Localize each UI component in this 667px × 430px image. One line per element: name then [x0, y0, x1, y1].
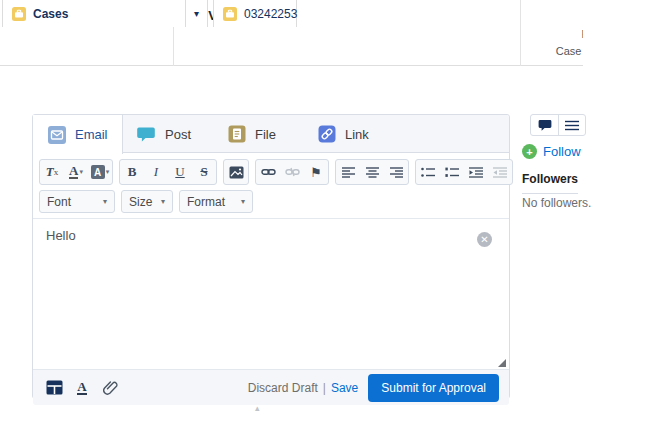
- follow-label: Follow: [543, 144, 581, 159]
- publisher-footer: A Discard Draft | Save Submit for Approv…: [33, 369, 509, 405]
- chain-link-icon: [261, 167, 276, 177]
- case-folder-icon: [12, 7, 26, 21]
- underline-button[interactable]: U: [168, 160, 192, 184]
- save-link[interactable]: Save: [331, 381, 358, 395]
- caret-down-icon: ▾: [106, 168, 110, 176]
- font-dropdown[interactable]: Font ▾: [39, 190, 115, 213]
- editor-resize-handle[interactable]: [498, 359, 506, 367]
- insert-link-button[interactable]: [256, 160, 280, 184]
- flag-icon: ⚑: [310, 165, 322, 180]
- unlink-icon: [285, 167, 300, 177]
- submit-for-approval-button[interactable]: Submit for Approval: [368, 374, 499, 402]
- align-left-button[interactable]: [336, 160, 360, 184]
- size-dropdown[interactable]: Size ▾: [121, 190, 173, 213]
- italic-button[interactable]: I: [144, 160, 168, 184]
- font-style-group: B I U S: [119, 159, 217, 185]
- font-icon: A: [77, 380, 86, 395]
- rich-text-toolbar: Tx A ▾ A ▾ B I U S: [33, 153, 509, 219]
- toolbar-row-1: Tx A ▾ A ▾ B I U S: [39, 159, 503, 185]
- tab-file[interactable]: File: [213, 115, 303, 153]
- editor-text: Hello: [46, 228, 76, 243]
- insert-image-button[interactable]: [224, 160, 248, 184]
- align-center-button[interactable]: [360, 160, 384, 184]
- table-icon: [46, 380, 63, 395]
- link-icon: [317, 124, 337, 144]
- caret-down-icon: ▾: [103, 197, 107, 206]
- close-icon: ✕: [480, 234, 488, 245]
- post-icon: [137, 124, 157, 144]
- bulleted-list-button[interactable]: [416, 160, 440, 184]
- outdent-button[interactable]: [488, 160, 512, 184]
- image-group: [223, 159, 249, 185]
- alignment-group: [335, 159, 409, 185]
- tab-email[interactable]: Email: [33, 115, 123, 154]
- indent-button[interactable]: [464, 160, 488, 184]
- tab-cases[interactable]: Cases: [2, 0, 186, 27]
- font-settings-button[interactable]: A: [71, 377, 93, 399]
- list-view-button[interactable]: [558, 115, 585, 135]
- file-icon: [227, 124, 247, 144]
- format-dropdown[interactable]: Format ▾: [179, 190, 253, 213]
- post-tab-label: Post: [165, 127, 191, 142]
- chat-bubble-icon: [538, 119, 552, 132]
- remove-link-button[interactable]: [280, 160, 304, 184]
- email-icon: [47, 125, 67, 145]
- publisher-tabs: Email Post File: [33, 115, 509, 153]
- list-icon: [565, 120, 579, 131]
- remove-format-button[interactable]: Tx: [40, 160, 64, 184]
- email-body-editor[interactable]: Hello ✕: [33, 219, 509, 369]
- feed-view-button[interactable]: [531, 115, 558, 135]
- numbered-list-icon: [445, 167, 459, 178]
- link-group: ⚑: [255, 159, 329, 185]
- highlight-color-button[interactable]: A ▾: [88, 160, 112, 184]
- size-dropdown-label: Size: [129, 195, 152, 209]
- paperclip-icon: [103, 380, 118, 396]
- bold-button[interactable]: B: [120, 160, 144, 184]
- remove-format-icon: T: [46, 164, 54, 180]
- text-color-button[interactable]: A ▾: [64, 160, 88, 184]
- format-clear-group: Tx A ▾ A ▾: [39, 159, 113, 185]
- numbered-list-button[interactable]: [440, 160, 464, 184]
- publisher-panel: Email Post File: [32, 114, 510, 399]
- attach-file-button[interactable]: [99, 377, 121, 399]
- caret-down-icon: ▾: [161, 197, 165, 206]
- clear-content-button[interactable]: ✕: [477, 232, 492, 247]
- footer-separator: |: [323, 381, 326, 395]
- align-right-icon: [390, 167, 403, 178]
- strikethrough-button[interactable]: S: [192, 160, 216, 184]
- toolbar-row-2: Font ▾ Size ▾ Format ▾: [39, 190, 503, 213]
- tab-link[interactable]: Link: [303, 115, 393, 153]
- case-owner-field-label: Case Ow: [521, 43, 583, 60]
- align-left-icon: [342, 167, 355, 178]
- cases-tab-label: Cases: [33, 7, 68, 21]
- followers-heading: Followers: [522, 172, 578, 194]
- follow-button[interactable]: + Follow: [522, 144, 581, 159]
- caret-down-icon: ▾: [79, 168, 83, 176]
- discard-draft-link[interactable]: Discard Draft: [248, 381, 318, 395]
- insert-table-button[interactable]: [43, 377, 65, 399]
- align-right-button[interactable]: [384, 160, 408, 184]
- list-group: [415, 159, 513, 185]
- font-dropdown-label: Font: [47, 195, 71, 209]
- follow-plus-icon: +: [522, 144, 537, 159]
- feed-view-toggle: [530, 114, 586, 136]
- image-icon: [229, 166, 244, 179]
- anchor-flag-button[interactable]: ⚑: [304, 160, 328, 184]
- highlight-color-icon: A: [91, 165, 105, 179]
- format-dropdown-label: Format: [187, 195, 225, 209]
- indent-icon: [469, 167, 483, 178]
- caret-down-icon: ▾: [194, 8, 199, 19]
- panel-drag-handle[interactable]: ▴: [255, 403, 260, 413]
- case-detail-labels: Sta Prio Case Ow: [521, 9, 583, 60]
- align-center-icon: [366, 167, 379, 178]
- tab-dropdown-button[interactable]: ▾: [186, 0, 208, 27]
- tab-post[interactable]: Post: [123, 115, 213, 153]
- link-tab-label: Link: [345, 127, 369, 142]
- file-tab-label: File: [255, 127, 276, 142]
- no-followers-text: No followers.: [522, 196, 591, 210]
- bulleted-list-icon: [421, 167, 435, 178]
- tab-case-number[interactable]: 03242253: [213, 0, 297, 27]
- status-field-label: Sta: [521, 9, 583, 26]
- text-color-icon: A: [69, 165, 78, 179]
- priority-field-label: Prio: [521, 26, 583, 43]
